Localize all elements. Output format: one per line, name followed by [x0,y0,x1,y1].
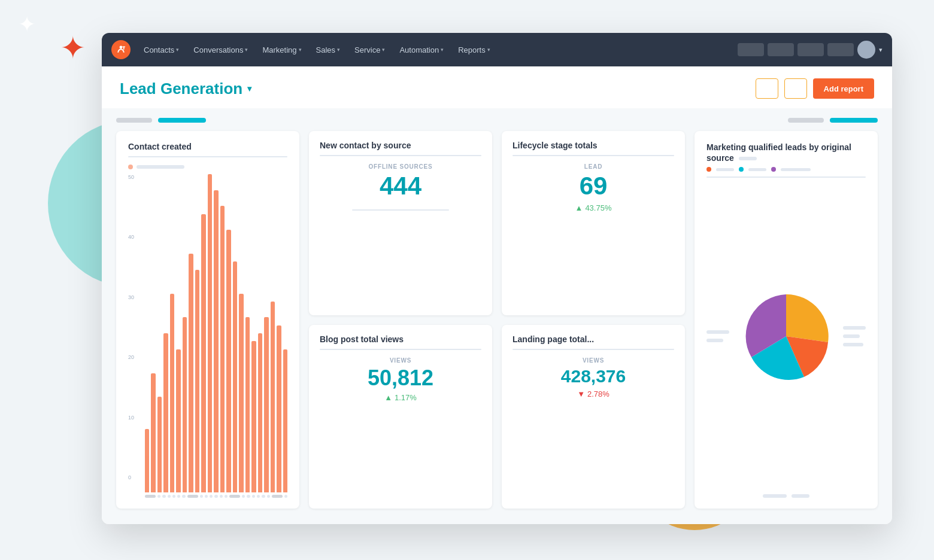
pie-divider [706,176,866,178]
blog-trend-icon: ▲ [384,393,392,402]
nav-contacts[interactable]: Contacts ▾ [138,42,185,58]
bar-16 [245,317,250,492]
filter-tabs-left [116,118,206,123]
chart-x-axis [128,495,287,498]
dashboard-content: Contact created 0 10 20 30 [102,108,892,524]
card-lifecycle-label: LEAD [513,163,674,170]
card-landing-title: Landing page total... [513,334,674,344]
bar-20 [271,302,275,492]
x-group-14 [229,495,240,498]
bar-wrap-10 [208,174,212,492]
filter-tab-right-inactive[interactable] [788,118,824,123]
nav-service[interactable]: Service ▾ [348,42,391,58]
add-report-button[interactable]: Add report [813,78,874,99]
bar-chart-area: 0 10 20 30 40 50 [128,174,287,492]
nav-pill-2[interactable] [768,43,794,56]
nav-conversations[interactable]: Conversations ▾ [187,42,254,58]
nav-account-chevron: ▾ [879,46,883,54]
pie-right-label-3 [843,343,863,346]
y-label-10: 10 [128,415,134,421]
card-contact-created-title: Contact created [128,142,287,151]
x-group-7 [187,495,198,498]
nav-avatar[interactable] [857,41,875,59]
filter-tab-active[interactable] [158,118,206,123]
nav-automation[interactable]: Automation ▾ [393,42,450,58]
x-group-20 [267,495,270,498]
bar-1 [151,373,155,493]
bar-wrap-0 [145,174,149,492]
bar-13 [226,230,231,492]
y-label-30: 30 [128,294,134,300]
card-lifecycle-divider [513,155,674,156]
bar-wrap-6 [183,174,187,492]
x-group-2 [162,495,165,498]
card-lifecycle-value: 69 [513,172,674,200]
bar-14 [233,261,237,492]
bar-wrap-18 [258,174,262,492]
bar-wrap-1 [151,174,155,492]
bar-wrap-7 [189,174,193,492]
dashboard-header: Lead Generation ▾ Add report [102,66,892,108]
card-landing-divider [513,349,674,350]
bar-11 [214,190,218,492]
card-landing-page: Landing page total... VIEWS 428,376 ▼ 2.… [502,325,685,509]
nav-right-actions: ▾ [738,41,883,59]
bar-wrap-21 [277,174,281,492]
y-axis: 0 10 20 30 40 50 [128,174,134,480]
nav-pill-1[interactable] [738,43,764,56]
nav-marketing-chevron: ▾ [299,47,302,53]
card-blog-value: 50,812 [320,366,481,390]
bar-21 [277,325,281,492]
nav-reports[interactable]: Reports ▾ [452,42,496,58]
bar-chart-container: 0 10 20 30 40 50 [128,165,287,498]
nav-pill-3[interactable] [797,43,824,56]
x-group-4 [172,495,175,498]
nav-marketing[interactable]: Marketing ▾ [256,42,307,58]
decorative-star-orange: ✦ [60,30,96,66]
card-source-value: 444 [320,172,481,200]
bar-wrap-2 [157,174,162,492]
decorative-star-white: ✦ [18,12,42,36]
card-lifecycle: Lifecycle stage totals LEAD 69 ▲ 43.75% [502,131,685,315]
cards-grid: Contact created 0 10 20 30 [116,131,878,509]
dashboard-title[interactable]: Lead Generation ▾ [120,80,251,98]
nav-pill-4[interactable] [827,43,854,56]
pie-legend-bar-2 [748,168,766,171]
card-landing-label: VIEWS [513,357,674,364]
nav-reports-chevron: ▾ [487,47,490,53]
bar-wrap-19 [264,174,268,492]
filter-button-1[interactable] [756,78,778,99]
pie-legend-dot-3 [771,167,776,172]
card-lifecycle-title: Lifecycle stage totals [513,141,674,150]
card-source-divider [320,155,481,156]
pie-legend-dot-2 [739,167,744,172]
bar-15 [239,294,243,493]
nav-sales[interactable]: Sales ▾ [310,42,347,58]
pie-right-label-2 [843,334,860,338]
x-group-0 [145,495,156,498]
bar-wrap-14 [233,174,237,492]
bar-8 [195,270,199,492]
filter-tab-inactive[interactable] [116,118,152,123]
lifecycle-trend-icon: ▲ [575,203,583,212]
card-new-contact-source: New contact by source OFFLINE SOURCES 44… [309,131,492,315]
nav-conversations-chevron: ▾ [245,47,248,53]
bar-10 [208,174,212,492]
x-group-10 [210,495,213,498]
bar-19 [264,317,268,492]
pie-right-label-1 [843,326,866,330]
landing-trend-icon: ▼ [577,389,585,398]
pie-legend-dot-1 [706,167,711,172]
bar-9 [201,214,205,493]
x-group-16 [247,495,250,498]
pie-chart-svg [738,288,834,384]
bar-wrap-15 [239,174,243,492]
filter-button-2[interactable] [784,78,807,99]
card-mql-title2: source [706,153,757,163]
x-group-1 [157,495,160,498]
lifecycle-trend-value: 43.75% [585,203,611,212]
bar-wrap-5 [176,174,180,492]
nav-service-chevron: ▾ [382,47,385,53]
pie-legend-right [843,326,866,346]
filter-tab-right-active[interactable] [830,118,878,123]
